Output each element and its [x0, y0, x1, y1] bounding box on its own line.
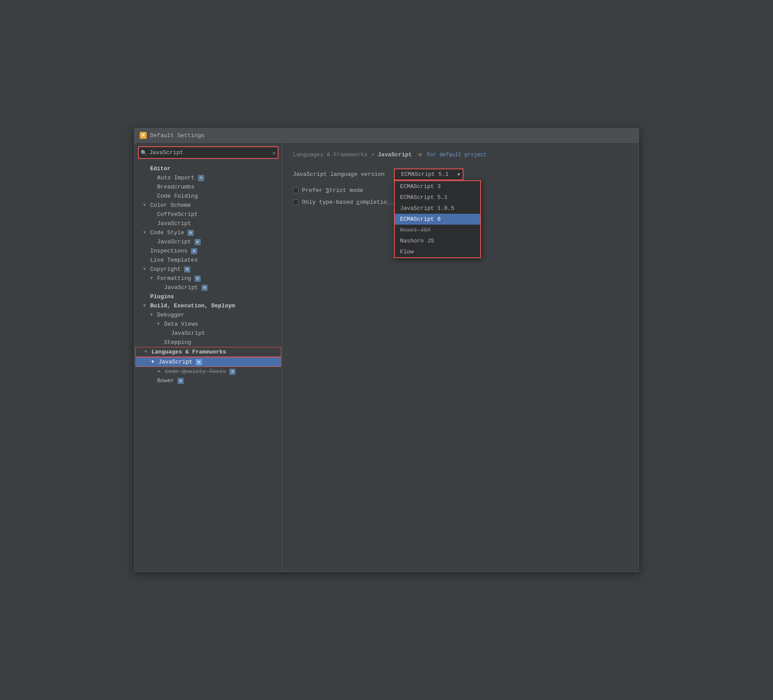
tree-item-javascript-cs[interactable]: JavaScript [134, 219, 282, 228]
tree-item-formatting[interactable]: Formatting ⊞ [134, 274, 282, 283]
breadcrumb-icon: ⊞ [419, 152, 422, 158]
dropdown-option-nashorn[interactable]: Nashorn JS [395, 236, 480, 246]
version-row: JavaScript language version ECMAScript 5… [293, 168, 628, 180]
strict-mode-label: Prefer Strict mode [302, 187, 363, 194]
tree-item-javascript-fmt[interactable]: JavaScript ⊞ [134, 283, 282, 292]
tree-arrow-build [143, 303, 148, 308]
tree-arrow-fmt [150, 276, 155, 281]
page-icon: ≡ [198, 175, 204, 181]
version-dropdown-menu: ECMAScript 3 ECMAScript 5.1 JavaScript 1… [394, 180, 481, 258]
tree-item-bower[interactable]: Bower ⊞ [134, 376, 282, 385]
breadcrumb: Languages & Frameworks > JavaScript ⊞ Fo… [293, 151, 628, 158]
tree-item-inspections[interactable]: Inspections ⊞ [134, 246, 282, 256]
sidebar: 🔍 ✕ Editor Auto Import ≡ Breadcrumbs [134, 143, 282, 572]
titlebar: M Default Settings [134, 128, 639, 143]
copy-icon-js-lf: ⊞ [196, 359, 202, 365]
tree-arrow-lf [145, 350, 150, 354]
dropdown-arrow-icon: ▼ [457, 172, 460, 177]
window-title: Default Settings [150, 132, 205, 139]
dropdown-option-js185[interactable]: JavaScript 1.8.5 [395, 203, 480, 214]
tree-item-stepping[interactable]: Stepping [134, 338, 282, 347]
tree-item-plugins[interactable]: Plugins [134, 292, 282, 301]
tree-item-build[interactable]: Build, Execution, Deploym [134, 301, 282, 310]
tree-arrow-cq [158, 369, 163, 374]
search-box: 🔍 ✕ [138, 146, 279, 159]
search-input[interactable] [138, 146, 279, 159]
tree-item-live-templates[interactable]: Live Templates [134, 256, 282, 265]
version-label: JavaScript language version [293, 171, 389, 178]
tree-item-data-views[interactable]: Data Views [134, 320, 282, 329]
search-icon: 🔍 [141, 149, 147, 156]
breadcrumb-path: Languages & Frameworks > [293, 151, 378, 158]
tree-arrow-debug [150, 313, 155, 317]
dropdown-option-ecma51[interactable]: ECMAScript 5.1 [395, 192, 480, 203]
version-selected-value: ECMAScript 5.1 [401, 171, 448, 178]
copy-icon-insp: ⊞ [191, 248, 197, 254]
tree-item-javascript-dv[interactable]: JavaScript [134, 329, 282, 338]
tree-item-copyright[interactable]: Copyright ⊞ [134, 265, 282, 274]
tree-arrow-dv [157, 322, 162, 326]
copy-icon-copyright: ⊞ [184, 266, 190, 273]
copy-icon-bower: ⊞ [178, 378, 184, 384]
copy-icon-js-fmt: ⊞ [202, 285, 208, 291]
type-based-checkbox[interactable] [293, 199, 299, 205]
tree-item-code-folding[interactable]: Code Folding [134, 192, 282, 201]
tree-item-auto-import[interactable]: Auto Import ≡ [134, 173, 282, 182]
copy-icon-cq: ⊞ [229, 369, 235, 375]
tree-item-code-quality[interactable]: Code Quality Tools ⊞ [135, 367, 281, 376]
tree-item-javascript-code[interactable]: JavaScript ⊞ [134, 237, 282, 246]
version-dropdown-wrapper: ECMAScript 5.1 ▼ ECMAScript 3 ECMAScript… [394, 168, 464, 180]
tree-item-color-scheme[interactable]: Color Scheme [134, 201, 282, 210]
tree-item-javascript-lf[interactable]: JavaScript ⊞ [135, 357, 281, 367]
settings-window: M Default Settings 🔍 ✕ Editor Auto Impor… [134, 128, 639, 572]
strict-mode-checkbox[interactable] [293, 188, 299, 193]
copy-icon-fmt: ⊞ [195, 276, 201, 282]
breadcrumb-current: JavaScript [378, 151, 412, 158]
main-panel: Languages & Frameworks > JavaScript ⊞ Fo… [282, 143, 639, 572]
breadcrumb-project-link[interactable]: For default project [427, 152, 487, 158]
tree-item-debugger[interactable]: Debugger [134, 310, 282, 320]
tree-item-lang-frameworks[interactable]: Languages & Frameworks [135, 347, 281, 357]
copy-icon-js-code: ⊞ [195, 239, 201, 245]
main-content: 🔍 ✕ Editor Auto Import ≡ Breadcrumbs [134, 143, 639, 572]
tree-arrow-js-lf [151, 360, 157, 364]
tree-item-coffeescript[interactable]: CoffeeScript [134, 210, 282, 219]
tree-item-editor[interactable]: Editor [134, 164, 282, 173]
dropdown-option-ecma3[interactable]: ECMAScript 3 [395, 181, 480, 192]
tree-item-breadcrumbs[interactable]: Breadcrumbs [134, 182, 282, 192]
settings-tree: Editor Auto Import ≡ Breadcrumbs Code Fo… [134, 162, 282, 572]
type-based-label: Only type-based completio... [302, 199, 397, 205]
tree-arrow-code-style [143, 230, 148, 235]
tree-item-code-style[interactable]: Code Style ⊞ [134, 228, 282, 237]
dropdown-option-flow[interactable]: Flow [395, 246, 480, 257]
version-dropdown[interactable]: ECMAScript 5.1 ▼ [394, 168, 464, 180]
app-icon: M [140, 132, 147, 139]
dropdown-option-react[interactable]: React JSX [395, 225, 480, 236]
tree-arrow-copy [143, 267, 148, 272]
dropdown-option-ecma6[interactable]: ECMAScript 6 [395, 214, 480, 225]
copy-icon-code-style: ⊞ [188, 230, 194, 236]
tree-arrow-color-scheme [143, 203, 148, 208]
search-clear-button[interactable]: ✕ [272, 149, 276, 156]
